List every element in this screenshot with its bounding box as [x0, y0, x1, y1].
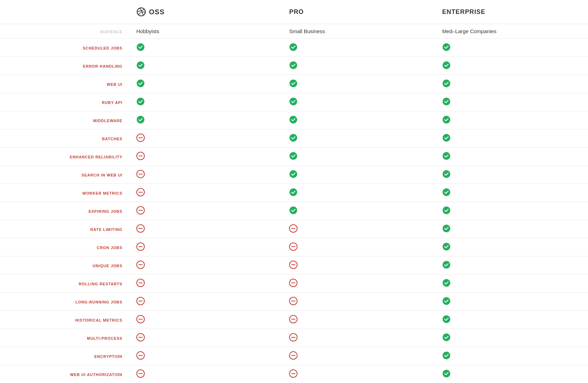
- feature-label: ENCRYPTION: [94, 354, 122, 359]
- enterprise-value: [435, 275, 588, 293]
- enterprise-value: [435, 238, 588, 256]
- oss-value: [129, 347, 282, 365]
- feature-label-cell: BATCHES: [0, 129, 129, 148]
- feature-label: RUBY API: [102, 100, 122, 105]
- svg-point-23: [443, 152, 450, 160]
- oss-value: [129, 220, 282, 238]
- pro-value: [282, 311, 435, 329]
- pro-value: [282, 111, 435, 129]
- oss-value: [129, 202, 282, 220]
- enterprise-value: [435, 202, 588, 220]
- oss-header: OSS: [129, 0, 282, 24]
- feature-label-cell: MIDDLEWARE: [0, 111, 129, 129]
- enterprise-value: [435, 220, 588, 238]
- pro-value: [282, 202, 435, 220]
- oss-value: [129, 57, 282, 75]
- table-row: ERROR HANDLING: [0, 57, 588, 75]
- feature-label-cell: HISTORICAL METRICS: [0, 311, 129, 329]
- svg-point-50: [443, 261, 450, 269]
- enterprise-value: [435, 111, 588, 129]
- enterprise-value: [435, 93, 588, 111]
- oss-value: [129, 129, 282, 148]
- table-row: SEARCH IN WEB UI: [0, 166, 588, 184]
- feature-label-cell: MULTI-PROCESS: [0, 329, 129, 347]
- pro-value: [282, 275, 435, 293]
- feature-label: EXPIRING JOBS: [89, 209, 122, 213]
- svg-point-10: [137, 98, 144, 105]
- pro-value: [282, 329, 435, 347]
- table-row: WORKER METRICS: [0, 184, 588, 202]
- feature-label-cell: LONG-RUNNING JOBS: [0, 293, 129, 311]
- audience-enterprise: Med–Large Companies: [435, 24, 588, 39]
- enterprise-value: [435, 166, 588, 184]
- feature-label-cell: EXPIRING JOBS: [0, 202, 129, 220]
- table-row: BATCHES: [0, 129, 588, 148]
- svg-point-80: [443, 370, 450, 377]
- feature-label: SEARCH IN WEB UI: [82, 173, 122, 177]
- table-row: ENHANCED RELIABILITY: [0, 148, 588, 166]
- feature-label: WEB UI AUTHORIZATION: [70, 373, 122, 377]
- table-row: ROLLING RESTARTS: [0, 275, 588, 293]
- svg-point-22: [289, 152, 297, 160]
- oss-value: [129, 39, 282, 57]
- oss-label: OSS: [149, 8, 165, 16]
- enterprise-value: [435, 365, 588, 383]
- feature-label: ENHANCED RELIABILITY: [70, 155, 122, 159]
- svg-point-11: [289, 98, 297, 105]
- audience-oss: Hobbyists: [129, 24, 282, 39]
- table-row: WEB UI: [0, 75, 588, 93]
- svg-point-5: [289, 61, 297, 69]
- enterprise-label: ENTERPRISE: [442, 8, 485, 15]
- svg-point-35: [443, 206, 450, 214]
- table-row: RUBY API: [0, 93, 588, 111]
- feature-label: MIDDLEWARE: [93, 119, 122, 123]
- enterprise-value: [435, 57, 588, 75]
- svg-point-19: [443, 134, 450, 142]
- table-row: ENCRYPTION: [0, 347, 588, 365]
- enterprise-value: [435, 75, 588, 93]
- feature-label: MULTI-PROCESS: [87, 336, 122, 340]
- feature-label-cell: SCHEDULED JOBS: [0, 39, 129, 57]
- pro-label: PRO: [289, 8, 304, 15]
- svg-point-27: [443, 170, 450, 178]
- feature-label: RATE LIMITING: [90, 227, 122, 232]
- svg-point-18: [289, 134, 297, 142]
- enterprise-value: [435, 148, 588, 166]
- oss-value: [129, 148, 282, 166]
- table-row: CRON JOBS: [0, 238, 588, 256]
- table-row: EXPIRING JOBS: [0, 202, 588, 220]
- svg-point-13: [137, 116, 144, 123]
- enterprise-value: [435, 293, 588, 311]
- svg-point-55: [443, 279, 450, 287]
- oss-value: [129, 75, 282, 93]
- svg-point-34: [289, 206, 297, 214]
- pro-value: [282, 238, 435, 256]
- feature-label: SCHEDULED JOBS: [83, 46, 122, 50]
- feature-label-cell: ENHANCED RELIABILITY: [0, 148, 129, 166]
- pro-value: [282, 57, 435, 75]
- feature-label: ROLLING RESTARTS: [79, 282, 122, 286]
- oss-value: [129, 256, 282, 275]
- feature-label: WORKER METRICS: [82, 191, 122, 195]
- oss-value: [129, 329, 282, 347]
- table-row: RATE LIMITING: [0, 220, 588, 238]
- pro-value: [282, 184, 435, 202]
- enterprise-value: [435, 256, 588, 275]
- pro-value: [282, 39, 435, 57]
- svg-point-40: [443, 225, 450, 232]
- feature-label-cell: WEB UI: [0, 75, 129, 93]
- feature-label-cell: RATE LIMITING: [0, 220, 129, 238]
- github-icon: [136, 7, 146, 17]
- feature-label: CRON JOBS: [97, 246, 122, 250]
- svg-point-30: [289, 188, 297, 196]
- oss-value: [129, 184, 282, 202]
- pro-value: [282, 220, 435, 238]
- feature-label: ERROR HANDLING: [83, 64, 122, 68]
- pro-value: [282, 293, 435, 311]
- svg-point-45: [443, 243, 450, 250]
- svg-point-9: [443, 80, 450, 87]
- svg-point-7: [137, 80, 144, 87]
- oss-value: [129, 238, 282, 256]
- enterprise-value: [435, 347, 588, 365]
- svg-point-2: [289, 43, 297, 51]
